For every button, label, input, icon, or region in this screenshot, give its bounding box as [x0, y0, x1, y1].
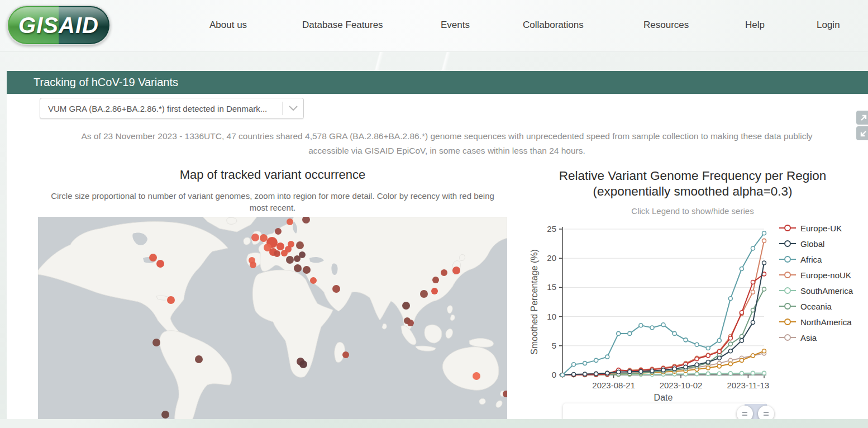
series-point-Africa	[762, 231, 766, 235]
world-map[interactable]	[38, 217, 507, 419]
svg-text:10: 10	[547, 312, 556, 321]
map-dot[interactable]	[287, 218, 293, 225]
map-dot[interactable]	[303, 266, 311, 274]
legend-item-SouthAmerica[interactable]: SouthAmerica	[779, 283, 853, 298]
series-point-SouthAmerica	[740, 372, 743, 375]
series-point-Global	[639, 369, 643, 373]
series-point-Africa	[706, 346, 710, 350]
svg-text:25: 25	[547, 224, 556, 234]
panel-expand-control	[856, 111, 868, 142]
series-point-Global	[605, 371, 609, 375]
series-point-Global	[762, 261, 766, 265]
series-line-Africa	[562, 233, 764, 375]
map-dot[interactable]	[342, 351, 349, 358]
map-dot[interactable]	[473, 372, 480, 380]
legend-line-icon	[779, 287, 796, 294]
map-dot[interactable]	[431, 288, 438, 294]
series-point-NorthAmerica	[717, 364, 721, 368]
page-title-bar: Tracking of hCoV-19 Variants	[7, 71, 868, 94]
series-point-SouthAmerica	[717, 372, 721, 375]
map-dot[interactable]	[432, 277, 439, 283]
series-point-NorthAmerica	[740, 358, 743, 362]
series-point-Africa	[695, 343, 699, 346]
map-dot[interactable]	[407, 320, 414, 326]
chart-title: Relative Variant Genome Frequency per Re…	[522, 168, 863, 199]
chevron-down-icon	[282, 102, 303, 115]
map-dot[interactable]	[251, 234, 259, 241]
map-dot[interactable]	[296, 241, 304, 249]
legend-label: Asia	[800, 333, 817, 343]
map-dot[interactable]	[299, 360, 307, 368]
series-point-Africa	[684, 338, 688, 342]
legend-item-Europe-noUK[interactable]: Europe-noUK	[779, 267, 853, 283]
series-point-Africa	[673, 331, 676, 335]
series-point-Global	[684, 365, 688, 369]
arrow-up-right-icon[interactable]	[856, 111, 868, 125]
map-dot[interactable]	[195, 355, 203, 363]
nav-link-events[interactable]: Events	[441, 20, 470, 31]
legend-item-Oceania[interactable]: Oceania	[779, 298, 853, 314]
series-point-Global	[650, 369, 654, 373]
map-dot[interactable]	[276, 242, 284, 250]
map-dot[interactable]	[250, 261, 256, 268]
series-point-Africa	[605, 355, 609, 359]
nav-link-resources[interactable]: Resources	[643, 20, 689, 31]
arrow-down-left-icon[interactable]	[856, 126, 868, 140]
map-dot[interactable]	[402, 302, 410, 310]
nav-link-login[interactable]: Login	[817, 20, 840, 31]
map-dot[interactable]	[274, 250, 280, 257]
legend-label: Europe-noUK	[800, 270, 851, 280]
legend-line-icon	[779, 240, 796, 248]
series-point-Global	[695, 363, 699, 367]
svg-text:20: 20	[547, 253, 556, 263]
series-point-Europe-noUK	[751, 290, 755, 294]
map-dot[interactable]	[286, 256, 294, 264]
map-dot[interactable]	[152, 339, 160, 346]
map-dot[interactable]	[441, 269, 447, 276]
nav-link-database-features[interactable]: Database Features	[302, 20, 383, 31]
map-subtitle: Circle size proportional to number of va…	[44, 190, 502, 213]
series-point-Europe-UK	[695, 357, 699, 361]
map-title: Map of tracked variant occurrence	[38, 168, 507, 182]
variant-select[interactable]: VUM GRA (BA.2.86+BA.2.86.*) first detect…	[40, 98, 304, 119]
legend-line-icon	[779, 224, 796, 232]
map-dot[interactable]	[332, 285, 340, 293]
series-point-NorthAmerica	[762, 349, 766, 353]
legend-item-Global[interactable]: Global	[779, 236, 853, 251]
map-dot[interactable]	[420, 290, 428, 298]
map-dot[interactable]	[452, 267, 460, 274]
gisaid-logo[interactable]: GISAID	[7, 5, 111, 45]
legend-item-NorthAmerica[interactable]: NorthAmerica	[779, 314, 853, 330]
map-dot[interactable]	[149, 254, 157, 261]
svg-text:Smoothed Percentage (%): Smoothed Percentage (%)	[530, 249, 539, 355]
series-point-Global	[706, 360, 710, 364]
legend-item-Africa[interactable]: Africa	[779, 251, 853, 267]
legend-item-Europe-UK[interactable]: Europe-UK	[779, 220, 853, 236]
legend-item-Asia[interactable]: Asia	[779, 330, 853, 345]
series-point-Africa	[572, 363, 576, 367]
map-dot[interactable]	[275, 228, 282, 235]
series-point-Africa	[751, 246, 755, 250]
svg-text:0: 0	[552, 370, 556, 379]
map-dot[interactable]	[294, 255, 301, 262]
map-dot[interactable]	[161, 411, 169, 419]
legend-label: Europe-UK	[800, 223, 842, 233]
map-dot[interactable]	[156, 260, 164, 268]
map-dot[interactable]	[167, 296, 175, 304]
gisaid-logo-text: GISAID	[18, 13, 99, 38]
nav-link-about-us[interactable]: About us	[209, 20, 247, 31]
legend-label: SouthAmerica	[800, 286, 853, 296]
map-dot[interactable]	[281, 250, 288, 256]
legend-label: NorthAmerica	[800, 317, 852, 327]
series-point-SouthAmerica	[762, 371, 766, 375]
series-point-Africa	[561, 373, 565, 377]
nav-link-help[interactable]: Help	[745, 20, 765, 31]
nav-link-collaborations[interactable]: Collaborations	[523, 20, 584, 31]
chart-subtitle: Click Legend to show/hide series	[525, 206, 860, 216]
series-point-Global	[740, 339, 743, 343]
intro-text: As of 23 November 2023 - 1336UTC, 47 cou…	[73, 129, 821, 158]
series-point-Africa	[583, 362, 587, 365]
map-dot[interactable]	[294, 264, 302, 272]
map-dot[interactable]	[310, 277, 317, 284]
map-dot[interactable]	[260, 234, 268, 242]
